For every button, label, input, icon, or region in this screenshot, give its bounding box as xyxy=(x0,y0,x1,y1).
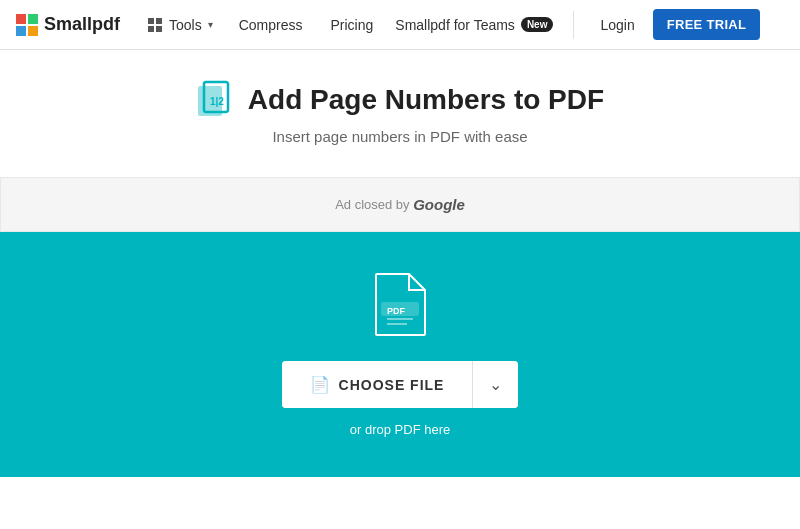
teams-link[interactable]: Smallpdf for Teams New xyxy=(391,13,557,37)
logo-text: Smallpdf xyxy=(44,14,120,35)
ad-text: Ad closed by xyxy=(335,197,409,212)
page-title-area: 1|2 Add Page Numbers to PDF xyxy=(20,80,780,120)
logo-area[interactable]: Smallpdf xyxy=(16,14,120,36)
chevron-down-icon: ▾ xyxy=(208,19,213,30)
choose-file-label: CHOOSE FILE xyxy=(339,377,445,393)
main-content: 1|2 Add Page Numbers to PDF Insert page … xyxy=(0,50,800,177)
tools-menu[interactable]: Tools ▾ xyxy=(140,13,221,37)
ad-banner: Ad closed by Google xyxy=(0,177,800,232)
navbar: Smallpdf Tools ▾ Compress Pricing Smallp… xyxy=(0,0,800,50)
choose-file-row[interactable]: 📄 CHOOSE FILE ⌄ xyxy=(282,361,519,408)
page-numbers-icon: 1|2 xyxy=(196,80,236,120)
ad-brand: Google xyxy=(413,196,465,213)
page-subtitle: Insert page numbers in PDF with ease xyxy=(20,128,780,145)
teams-label: Smallpdf for Teams xyxy=(395,17,515,33)
choose-file-button[interactable]: 📄 CHOOSE FILE xyxy=(282,361,474,408)
nav-divider xyxy=(573,11,574,39)
chevron-down-icon: ⌄ xyxy=(489,376,502,393)
page-title: Add Page Numbers to PDF xyxy=(248,84,604,116)
pricing-link[interactable]: Pricing xyxy=(321,13,384,37)
file-icon: 📄 xyxy=(310,375,331,394)
new-badge: New xyxy=(521,17,554,32)
dropdown-button[interactable]: ⌄ xyxy=(473,361,518,408)
svg-text:PDF: PDF xyxy=(387,306,406,316)
pdf-file-icon: PDF xyxy=(373,272,428,341)
drop-text: or drop PDF here xyxy=(350,422,450,437)
svg-text:1|2: 1|2 xyxy=(210,96,224,107)
compress-link[interactable]: Compress xyxy=(229,13,313,37)
drop-zone[interactable]: PDF 📄 CHOOSE FILE ⌄ or drop PDF here xyxy=(0,232,800,477)
grid-icon xyxy=(148,18,162,32)
free-trial-button[interactable]: FREE TRIAL xyxy=(653,9,761,40)
tools-label: Tools xyxy=(169,17,202,33)
logo-icon xyxy=(16,14,38,36)
login-button[interactable]: Login xyxy=(590,13,644,37)
